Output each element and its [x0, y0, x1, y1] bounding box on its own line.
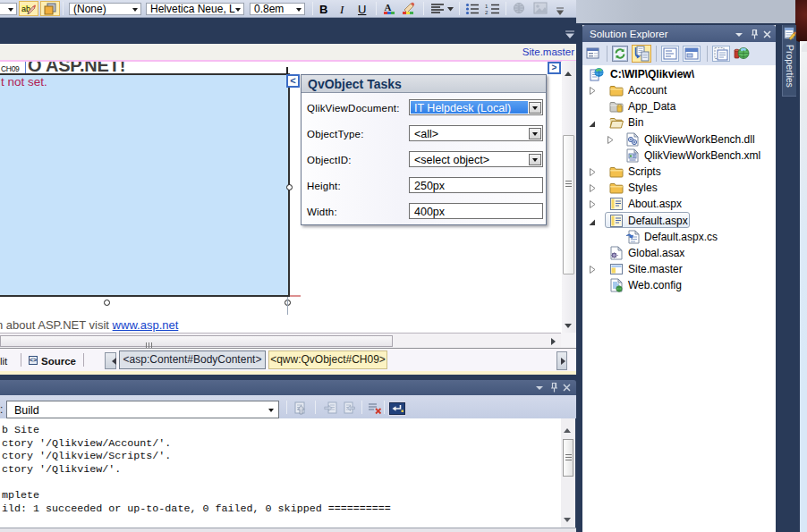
svg-text:1: 1 — [485, 4, 488, 9]
svg-text:A: A — [385, 2, 392, 13]
svg-text:2: 2 — [485, 10, 488, 15]
